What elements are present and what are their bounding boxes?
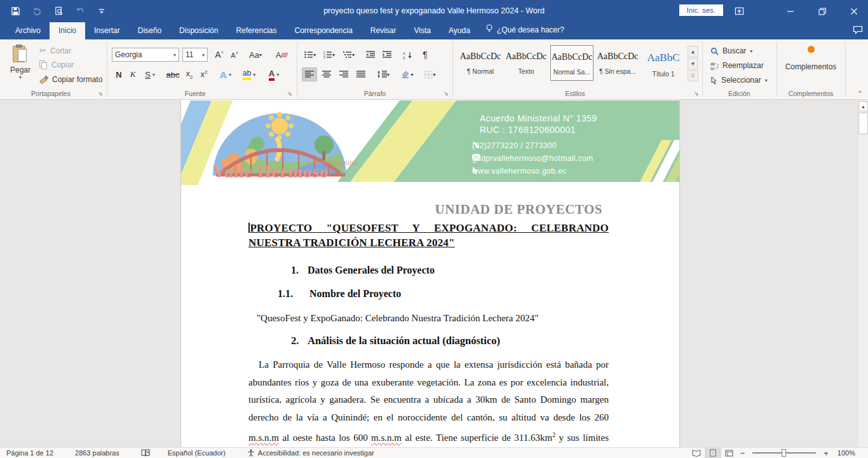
font-family-select[interactable]: Georgia ▾	[112, 48, 179, 62]
chevron-down-icon: ▾	[259, 52, 262, 58]
numbering-button[interactable]: 123 ▾	[321, 48, 337, 62]
change-case-button[interactable]: Aa ▾	[245, 48, 266, 62]
styles-scroll-down-button[interactable]: ▼	[688, 58, 698, 69]
italic-button[interactable]: K	[127, 67, 139, 81]
shrink-font-button[interactable]: A˅	[227, 48, 241, 62]
style-card-texto[interactable]: AaBbCcDc Texto	[505, 45, 548, 81]
style-card-normal-sa[interactable]: AaBbCcDc Normal Sa...	[550, 45, 593, 81]
copy-button[interactable]: Copiar	[39, 60, 74, 69]
signin-button[interactable]: Inic. ses.	[679, 4, 723, 16]
chevron-down-icon: ▾	[253, 72, 255, 78]
status-bar: Página 1 de 12 2863 palabras Español (Ec…	[0, 447, 868, 458]
tab-insertar[interactable]: Insertar	[85, 22, 129, 39]
find-button[interactable]: Buscar ▾	[710, 46, 752, 55]
tab-correspondencia[interactable]: Correspondencia	[285, 22, 361, 39]
select-button[interactable]: Seleccionar ▾	[710, 76, 768, 85]
proofing-icon[interactable]	[135, 449, 156, 457]
page-indicator[interactable]: Página 1 de 12	[0, 449, 60, 457]
addins-button[interactable]: Complementos	[780, 46, 841, 71]
borders-button[interactable]: ▾	[421, 67, 440, 81]
bold-button[interactable]: N	[113, 67, 125, 81]
style-name: Texto	[505, 67, 548, 75]
strikethrough-button[interactable]: abc	[164, 67, 182, 81]
tab-inicio[interactable]: Inicio	[50, 22, 85, 39]
styles-dialog-launcher[interactable]: ⇘	[693, 90, 700, 97]
increase-indent-button[interactable]	[379, 48, 395, 62]
font-color-button[interactable]: A ▾	[264, 67, 284, 81]
close-button[interactable]	[839, 0, 868, 22]
header-phone: (02)2773220 / 2773300	[472, 141, 557, 150]
addins-group-label: Complementos	[776, 90, 845, 97]
ribbon-display-options-icon[interactable]	[725, 0, 754, 22]
scrollbar-thumb[interactable]	[858, 113, 868, 134]
document-page[interactable]: Valle Hermoso GAD PARROQUIAL Acuerdo Min…	[181, 100, 679, 447]
superscript-button[interactable]: x2	[197, 67, 211, 81]
misspelled-word: m.s.n.m	[248, 433, 279, 443]
tab-ayuda[interactable]: Ayuda	[440, 22, 479, 39]
minimize-button[interactable]	[776, 0, 804, 22]
language-indicator[interactable]: Español (Ecuador)	[161, 449, 232, 457]
decrease-indent-button[interactable]	[363, 48, 378, 62]
zoom-level[interactable]: 100%	[831, 449, 864, 457]
paragraph-dialog-launcher[interactable]: ⇘	[442, 90, 450, 97]
shading-button[interactable]: ▾	[398, 67, 417, 81]
font-size-select[interactable]: 11 ▾	[182, 48, 208, 62]
highlight-button[interactable]: ab ▾	[238, 67, 260, 81]
clipboard-dialog-launcher[interactable]: ⇘	[97, 90, 104, 97]
show-marks-button[interactable]: ¶	[419, 48, 431, 62]
zoom-slider-thumb[interactable]	[782, 449, 786, 457]
multilevel-list-button[interactable]: ▾	[340, 48, 358, 62]
replace-button[interactable]: abac Reemplazar	[710, 61, 764, 70]
styles-more-button[interactable]: ⍗	[688, 70, 698, 81]
tab-vista[interactable]: Vista	[405, 22, 440, 39]
format-painter-button[interactable]: Copiar formato	[39, 75, 102, 84]
zoom-slider[interactable]	[752, 452, 816, 454]
restore-button[interactable]	[808, 0, 836, 22]
cut-button[interactable]: ✂ Cortar	[39, 46, 71, 55]
tab-revisar[interactable]: Revisar	[362, 22, 405, 39]
zoom-out-button[interactable]: −	[738, 448, 748, 458]
paste-button[interactable]: Pegar ▾	[6, 45, 34, 90]
tab-archivo[interactable]: Archivo	[6, 22, 50, 39]
align-center-button[interactable]	[319, 67, 334, 81]
underline-button[interactable]: S ▾	[141, 67, 159, 81]
text-effects-button[interactable]: A ▾	[216, 67, 235, 81]
grow-font-button[interactable]: A˄	[212, 48, 226, 62]
style-card-titulo1[interactable]: AaBbC Título 1	[642, 45, 685, 81]
styles-scroll-up-button[interactable]: ▲	[688, 46, 698, 57]
vertical-scrollbar[interactable]: ▲	[857, 100, 868, 447]
svg-text:ab: ab	[710, 62, 715, 66]
read-mode-button[interactable]	[688, 448, 705, 458]
align-left-button[interactable]	[302, 67, 317, 81]
scroll-up-button[interactable]: ▲	[858, 101, 868, 111]
style-card-normal[interactable]: AaBbCcDc ¶ Normal	[459, 45, 502, 81]
feedback-icon[interactable]	[853, 25, 863, 37]
word-window: proyecto queso fest y expoganado Valle H…	[0, 0, 868, 458]
justify-button[interactable]	[353, 67, 369, 81]
tab-disposicion[interactable]: Disposición	[170, 22, 227, 39]
word-count[interactable]: 2863 palabras	[69, 449, 126, 457]
subscript-button[interactable]: x2	[182, 67, 196, 81]
style-card-sin-espaciado[interactable]: AaBbCcDc ¶ Sin espa...	[596, 45, 639, 81]
zoom-in-button[interactable]: +	[821, 448, 831, 458]
tell-me-box[interactable]: ¿Qué desea hacer?	[479, 20, 571, 39]
select-cursor-icon	[710, 76, 717, 85]
align-right-button[interactable]	[336, 67, 351, 81]
find-label: Buscar	[722, 46, 746, 55]
accessibility-status[interactable]: Accesibilidad: es necesario investigar	[241, 449, 381, 457]
clear-formatting-button[interactable]: A	[273, 48, 290, 62]
heading-number: 1.	[291, 265, 308, 276]
style-preview: AaBbC	[642, 52, 685, 64]
font-dialog-launcher[interactable]: ⇘	[286, 90, 294, 97]
web-layout-button[interactable]	[721, 448, 738, 458]
tab-diseno[interactable]: Diseño	[129, 22, 170, 39]
bullets-button[interactable]: ▾	[302, 48, 318, 62]
strikethrough-label: abc	[166, 70, 180, 80]
font-color-label: A	[269, 69, 275, 81]
sort-button[interactable]: AZ	[400, 48, 416, 62]
collapse-ribbon-button[interactable]: ⌃	[857, 90, 863, 98]
tab-referencias[interactable]: Referencias	[227, 22, 285, 39]
line-spacing-button[interactable]: ▾	[374, 67, 393, 81]
print-layout-button[interactable]	[705, 448, 721, 458]
svg-text:3: 3	[323, 56, 325, 59]
